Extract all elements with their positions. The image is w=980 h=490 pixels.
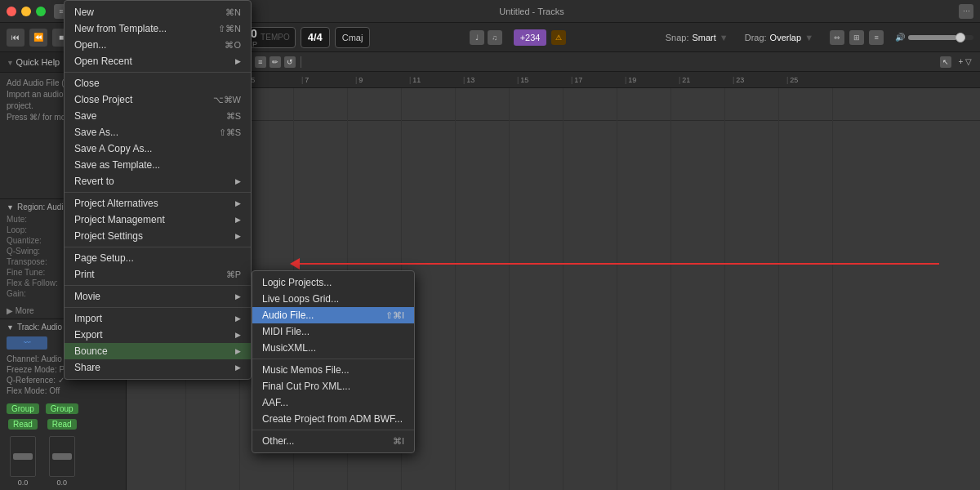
align-icon[interactable]: ⇔ xyxy=(830,30,844,45)
drag-section: Drag: Overlap ▼ xyxy=(745,33,813,42)
bounce-live-loops[interactable]: Live Loops Grid... xyxy=(252,291,414,307)
menu-open-recent[interactable]: Open Recent xyxy=(65,53,251,69)
loop-icon[interactable]: ↺ xyxy=(284,56,296,68)
bounce-sep-1 xyxy=(252,359,414,359)
volume-knob[interactable] xyxy=(956,33,965,42)
bounce-submenu: Logic Projects... Live Loops Grid... Aud… xyxy=(252,270,415,453)
menu-sep-5 xyxy=(65,307,251,308)
menu-sep-2 xyxy=(65,192,251,193)
rewind-button[interactable]: ⏮ xyxy=(7,29,24,47)
ruler-mark-17: 17 xyxy=(571,73,625,87)
menu-new-template[interactable]: New from Template... ⇧⌘N xyxy=(65,20,251,37)
edit-icon[interactable]: ✏ xyxy=(270,56,281,68)
track-row-1: Audio 1 xyxy=(127,88,980,121)
snap-label: Snap: xyxy=(666,33,689,42)
tuner-icon[interactable]: ♫ xyxy=(488,30,502,45)
menu-share[interactable]: Share xyxy=(65,359,251,376)
menu-new[interactable]: New ⌘N xyxy=(65,4,251,20)
menu-bounce[interactable]: Bounce xyxy=(65,343,251,359)
smart-tempo-button[interactable]: +234 xyxy=(514,29,547,46)
ruler-mark-23: 23 xyxy=(733,73,786,87)
time-signature[interactable]: 4/4 xyxy=(301,27,330,48)
metronome-icon[interactable]: ♩ xyxy=(470,30,484,45)
menu-revert[interactable]: Revert to xyxy=(65,173,251,189)
bounce-logic-projects[interactable]: Logic Projects... xyxy=(252,274,414,291)
menu-project-settings[interactable]: Project Settings xyxy=(65,228,251,244)
menu-sep-3 xyxy=(65,247,251,247)
ruler-mark-11: 11 xyxy=(409,73,463,87)
ruler-mark-7: 7 xyxy=(301,73,355,87)
menu-export[interactable]: Export xyxy=(65,327,251,343)
fader-2[interactable] xyxy=(52,453,72,460)
track-content-1: Audio 1 xyxy=(131,88,980,120)
maximize-button[interactable] xyxy=(36,7,46,16)
ruler-mark-15: 15 xyxy=(517,73,571,87)
menu-open[interactable]: Open... ⌘O xyxy=(65,37,251,53)
menu-print[interactable]: Print ⌘P xyxy=(65,266,251,283)
file-menu: New ⌘N New from Template... ⇧⌘N Open... … xyxy=(64,0,252,380)
menu-save-copy[interactable]: Save A Copy As... xyxy=(65,140,251,157)
bounce-sep-2 xyxy=(252,430,414,430)
track-toolbar: Functions ▼ View ▼ ✂ ≡ ✏ ↺ ↖ + ▽ xyxy=(127,52,980,72)
cursor-icon[interactable]: ↖ xyxy=(940,56,951,68)
toolbar-sep-3 xyxy=(301,56,301,68)
bounce-other[interactable]: Other... ⌘I xyxy=(252,433,414,449)
drag-value[interactable]: Overlap xyxy=(770,33,802,42)
menu-save[interactable]: Save ⌘S xyxy=(65,108,251,124)
drag-label: Drag: xyxy=(745,33,767,42)
snap-section: Snap: Smart ▼ xyxy=(666,33,728,42)
fader-row: Group Read 0.0 Group Read 0.0 xyxy=(7,402,119,487)
menu-project-management[interactable]: Project Management xyxy=(65,212,251,228)
bounce-adm-bwf[interactable]: Create Project from ADM BWF... xyxy=(252,411,414,427)
read-button-2[interactable]: Read xyxy=(47,419,77,430)
track-waveform-icon: 〰 xyxy=(7,336,47,350)
bounce-aaf[interactable]: AAF... xyxy=(252,394,414,411)
snap-value[interactable]: Smart xyxy=(692,33,715,42)
menu-project-alternatives[interactable]: Project Alternatives xyxy=(65,195,251,212)
ruler-mark-21: 21 xyxy=(679,73,733,87)
group-button-1[interactable]: Group xyxy=(7,403,39,414)
menu-close[interactable]: Close xyxy=(65,75,251,91)
menu-movie[interactable]: Movie xyxy=(65,288,251,305)
menu-import[interactable]: Import xyxy=(65,310,251,327)
key-display[interactable]: Cmaj xyxy=(335,27,371,48)
bounce-audio-file[interactable]: Audio File... ⇧⌘I xyxy=(252,307,414,323)
warning-icon[interactable]: ⚠ xyxy=(551,30,566,45)
back-button[interactable]: ⏪ xyxy=(29,29,47,47)
snap-right[interactable]: + ▽ xyxy=(955,57,975,66)
grid-icon[interactable]: ⊞ xyxy=(849,30,864,45)
menu-sep-4 xyxy=(65,285,251,286)
menu-page-setup[interactable]: Page Setup... xyxy=(65,250,251,266)
fader-val-1: 0.0 xyxy=(18,479,29,487)
menu-save-template[interactable]: Save as Template... xyxy=(65,157,251,173)
ruler-mark-9: 9 xyxy=(355,73,409,87)
menu-save-as[interactable]: Save As... ⇧⌘S xyxy=(65,124,251,140)
fader-val-2: 0.0 xyxy=(56,479,67,487)
fader-group-2: Group Read 0.0 xyxy=(46,402,78,487)
fader-group-1: Group Read 0.0 xyxy=(7,402,39,487)
menu-sep-1 xyxy=(65,72,251,73)
settings-icon[interactable]: ≡ xyxy=(869,30,884,45)
menu-close-project[interactable]: Close Project ⌥⌘W xyxy=(65,91,251,108)
ruler-mark-5: 5 xyxy=(247,73,301,87)
traffic-lights xyxy=(7,7,46,16)
ruler-mark-19: 19 xyxy=(625,73,679,87)
bounce-midi-file[interactable]: MIDI File... xyxy=(252,323,414,340)
minimize-button[interactable] xyxy=(21,7,31,16)
bounce-music-memos[interactable]: Music Memos File... xyxy=(252,362,414,378)
read-button-1[interactable]: Read xyxy=(8,419,38,430)
list-icon[interactable]: ≡ xyxy=(255,56,266,68)
ruler: 1 3 5 7 9 11 13 15 17 19 21 23 25 xyxy=(127,72,980,88)
ruler-mark-25: 25 xyxy=(786,73,840,87)
toolbar-right-icon[interactable]: ⋯ xyxy=(959,4,973,19)
ruler-mark-13: 13 xyxy=(463,73,517,87)
close-button[interactable] xyxy=(7,7,16,16)
volume-label: 🔊 xyxy=(895,33,905,42)
group-button-2[interactable]: Group xyxy=(46,403,78,414)
tempo-sep: TEMPO xyxy=(261,33,290,42)
bounce-fcp-xml[interactable]: Final Cut Pro XML... xyxy=(252,378,414,394)
bounce-musicxml[interactable]: MusicXML... xyxy=(252,340,414,356)
fader-1[interactable] xyxy=(13,453,33,460)
